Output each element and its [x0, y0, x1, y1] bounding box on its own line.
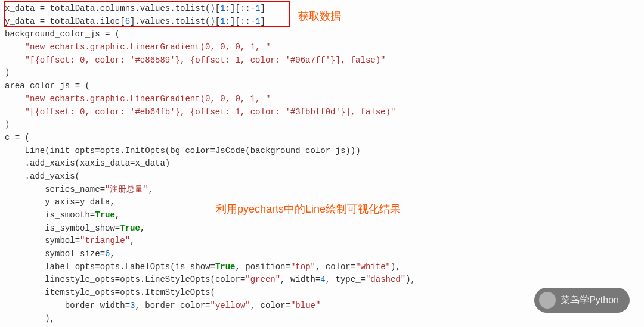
- code-token: =: [75, 81, 80, 91]
- code-token: True: [120, 223, 140, 233]
- code-token: =: [125, 301, 130, 310]
- code-token: opts.LineStyleOpts(color: [120, 275, 240, 284]
- code-token: opts.ItemStyleOpts(: [120, 288, 215, 297]
- code-token: "blue": [290, 301, 320, 310]
- code-token: , color: [250, 301, 286, 310]
- code-token: x_data: [5, 4, 40, 13]
- code-token: series_name: [45, 185, 100, 194]
- code-token: , position: [236, 262, 286, 272]
- code-token: , color: [315, 262, 351, 272]
- code-token: ,: [148, 185, 153, 194]
- annotation-get-data: 获取数据: [298, 8, 341, 25]
- code-token: =: [90, 210, 95, 220]
- code-line: ): [5, 67, 639, 80]
- code-token: border_width: [65, 301, 125, 310]
- code-token: =: [286, 262, 290, 272]
- code-token: 4: [320, 275, 325, 284]
- code-token: =: [205, 301, 210, 310]
- code-token: linestyle_opts: [45, 275, 115, 284]
- code-token: "new echarts.graphic.LinearGradient(0, 0…: [25, 42, 271, 52]
- code-token: is_symbol_show: [45, 223, 115, 233]
- code-token: =: [100, 185, 105, 194]
- watermark-text: 菜鸟学Python: [561, 293, 619, 308]
- code-token: 6: [125, 17, 130, 26]
- code-token: background_color_js: [5, 29, 105, 39]
- code-token: "top": [290, 262, 315, 272]
- code-token: 1: [220, 4, 225, 13]
- code-line: is_symbol_show=True,: [5, 222, 639, 235]
- code-token: ),: [391, 262, 401, 272]
- code-token: is_smooth: [45, 210, 90, 220]
- code-token: ,: [110, 249, 114, 259]
- code-token: :][::-: [225, 17, 255, 26]
- code-token: "white": [355, 262, 391, 272]
- code-token: opts.LabelOpts(is_show: [100, 262, 210, 272]
- code-token: , width: [280, 275, 315, 284]
- code-token: ,: [115, 210, 120, 220]
- code-token: 1: [220, 17, 225, 26]
- code-block: x_data = totalData.columns.values.tolist…: [0, 0, 644, 327]
- code-token: label_opts: [45, 262, 95, 272]
- code-token: (: [20, 133, 30, 142]
- code-token: .add_yaxis(: [25, 172, 80, 181]
- code-token: Line(init_opts: [25, 146, 95, 155]
- code-token: =: [361, 275, 366, 284]
- code-line: series_name="注册总量",: [5, 183, 639, 197]
- code-token: =: [15, 133, 20, 142]
- code-token: ].values.tolist()[: [130, 17, 220, 26]
- code-token: area_color_js: [5, 81, 75, 91]
- code-token: x_data): [135, 158, 170, 168]
- code-token: opts.InitOpts(bg_color: [100, 146, 210, 155]
- code-token: =: [75, 197, 80, 207]
- code-token: .add_xaxis(xaxis_data: [25, 158, 130, 168]
- code-token: True: [95, 210, 115, 220]
- code-token: ),: [45, 314, 55, 323]
- code-line: .add_yaxis(: [5, 170, 639, 183]
- code-token: ]: [261, 17, 265, 26]
- code-token: =: [95, 146, 100, 155]
- code-token: =: [210, 146, 215, 155]
- code-token: =: [95, 262, 100, 272]
- code-token: =: [40, 17, 45, 26]
- code-token: 1: [255, 4, 260, 13]
- code-line: Line(init_opts=opts.InitOpts(bg_color=Js…: [5, 145, 639, 158]
- watermark-pill: 菜鸟学Python: [534, 288, 630, 313]
- code-token: =: [286, 301, 290, 310]
- code-token: itemstyle_opts: [45, 288, 115, 297]
- code-token: =: [40, 4, 45, 13]
- code-token: "yellow": [210, 301, 250, 310]
- code-line: "[{offset: 0, color: '#eb64fb'}, {offset…: [5, 106, 639, 119]
- code-token: ,: [140, 223, 145, 233]
- code-line: symbol="triangle",: [5, 235, 639, 248]
- code-token: totalData.columns.values.tolist()[: [45, 4, 220, 13]
- code-token: (: [80, 81, 90, 91]
- code-line: linestyle_opts=opts.LineStyleOpts(color=…: [5, 273, 639, 286]
- code-token: totalData.iloc[: [45, 17, 125, 26]
- code-token: =: [115, 275, 120, 284]
- code-token: 1: [255, 17, 260, 26]
- code-token: ): [5, 120, 10, 129]
- code-line: "[{offset: 0, color: '#c86589'}, {offset…: [5, 54, 639, 67]
- code-token: ): [5, 68, 10, 77]
- code-line: area_color_js = (: [5, 80, 639, 93]
- code-token: True: [215, 262, 236, 272]
- code-token: =: [100, 249, 105, 259]
- code-token: "注册总量": [105, 185, 148, 194]
- code-token: "new echarts.graphic.LinearGradient(0, 0…: [25, 94, 271, 104]
- code-token: "[{offset: 0, color: '#c86589'}, {offset…: [25, 55, 386, 65]
- code-token: =: [75, 236, 80, 245]
- code-token: , border_color: [135, 301, 205, 310]
- code-line: symbol_size=6,: [5, 248, 639, 261]
- code-token: c: [5, 133, 15, 142]
- code-token: JsCode(background_color_js))): [215, 146, 361, 155]
- code-token: y_axis: [45, 197, 75, 207]
- code-line: label_opts=opts.LabelOpts(is_show=True, …: [5, 261, 639, 274]
- code-line: ): [5, 119, 639, 132]
- code-token: symbol: [45, 236, 75, 245]
- code-token: , type_: [326, 275, 361, 284]
- code-token: y_data: [5, 17, 40, 26]
- code-token: "[{offset: 0, color: '#eb64fb'}, {offset…: [25, 107, 396, 117]
- wechat-avatar-icon: [539, 292, 556, 309]
- code-token: (: [110, 29, 120, 39]
- code-token: ,: [130, 236, 135, 245]
